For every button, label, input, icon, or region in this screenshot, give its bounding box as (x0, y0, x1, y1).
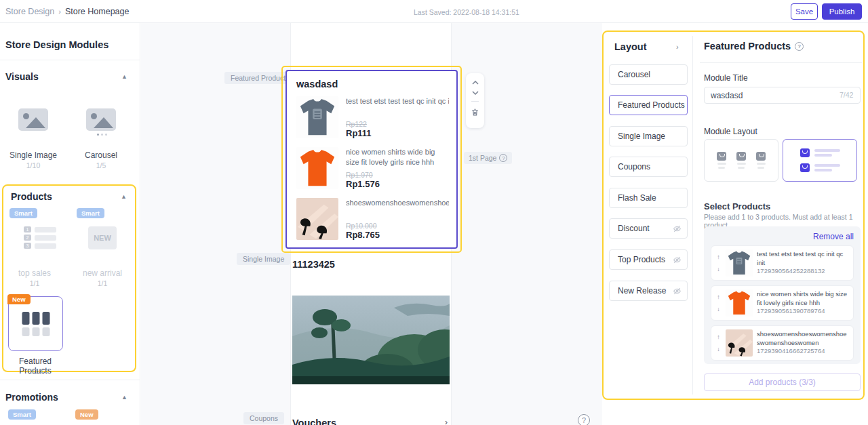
product-name: test test etst test test qc init qc init (757, 250, 849, 268)
chevron-right-icon[interactable]: › (676, 43, 679, 51)
last-saved-text: Last Saved: 2022-08-18 14:31:51 (414, 8, 519, 16)
breadcrumb-store-homepage: Store Homepage (65, 7, 130, 16)
single-image-count: 1/10 (3, 161, 64, 169)
selected-product-row[interactable]: ↑ ↓ nice women shirts wide big size fit … (711, 285, 854, 321)
single-image-module-card[interactable] (18, 108, 48, 131)
layout-item-label: Discount (618, 224, 650, 233)
eye-off-icon (673, 287, 682, 296)
divider (0, 60, 140, 60)
preview-product-row[interactable]: shoeswomenshoeswomenshoeswome Rp10.000 R… (296, 198, 447, 240)
new-arrival-module-card[interactable]: NEW (88, 226, 117, 249)
layout-item-top-products[interactable]: Top Products (609, 249, 688, 270)
help-icon[interactable]: ? (578, 414, 590, 425)
modules-sidebar: Store Design Modules Visuals ▲ Single Im… (0, 23, 140, 425)
product-name: shoeswomenshoeswomenshoeswomenshoeswomen (757, 330, 849, 348)
chevron-up-icon[interactable]: ▲ (121, 193, 127, 200)
product-id: 1729390561390789764 (757, 307, 849, 316)
eye-off-icon (673, 256, 682, 264)
selected-product-row[interactable]: ↑ ↓ test test etst test test qc init qc … (711, 245, 854, 281)
single-image-label: Single Image (3, 150, 64, 160)
remove-all-link[interactable]: Remove all (711, 232, 854, 241)
product-old-price: Rp10.000 (346, 222, 449, 230)
editor-panel-highlight: Layout › Carousel Featured Products Sing… (602, 31, 865, 400)
layout-panel-title: Layout (614, 41, 647, 52)
divider (0, 380, 140, 380)
product-id: 1729390564252288132 (757, 267, 849, 276)
trash-icon[interactable] (471, 108, 479, 117)
question-icon[interactable]: ? (499, 154, 507, 162)
divider (471, 101, 479, 102)
layout-item-label: New Release (618, 286, 666, 296)
visuals-section-header[interactable]: Visuals (5, 71, 39, 82)
top-sales-label: top sales (4, 268, 65, 278)
top-bar: Store Design › Store Homepage Last Saved… (0, 0, 868, 23)
question-icon[interactable]: ? (795, 42, 804, 51)
new-badge: New (7, 294, 31, 304)
carousel-module-card[interactable] (86, 108, 116, 131)
chevron-up-icon[interactable]: ▲ (121, 73, 127, 80)
vouchers-title: Vouchers (292, 418, 336, 425)
ranked-list-icon: 2 (24, 235, 31, 241)
layout-item-flash-sale[interactable]: Flash Sale (609, 188, 688, 208)
preview-product-row[interactable]: nice women shirts wide big size fit love… (296, 147, 447, 189)
featured-products-module-preview[interactable]: wasdasd test test etst test test qc init… (281, 66, 462, 253)
move-up-icon[interactable]: ↑ (715, 333, 722, 340)
move-module-up-icon[interactable] (472, 81, 479, 85)
layout-item-featured-products[interactable]: Featured Products (609, 95, 688, 115)
move-up-icon[interactable]: ↑ (715, 294, 722, 300)
sidebar-title: Store Design Modules (5, 39, 108, 50)
module-title-input[interactable] (704, 87, 861, 104)
move-down-icon[interactable]: ↓ (715, 306, 722, 312)
ranked-list-icon: 3 (24, 243, 31, 249)
breadcrumb-store-design[interactable]: Store Design (5, 7, 54, 16)
product-name: nice women shirts wide big size fit love… (346, 147, 447, 167)
grid-icon (22, 312, 50, 336)
chevron-right-icon[interactable]: › (445, 418, 448, 425)
product-image-gray-tshirt (296, 96, 338, 138)
layout-item-single-image[interactable]: Single Image (609, 126, 688, 146)
smart-badge: Smart (9, 208, 37, 218)
chevron-up-icon[interactable]: ▲ (121, 394, 127, 401)
single-image-jungle-photo[interactable] (292, 296, 450, 384)
product-image-gray-tshirt (726, 249, 753, 277)
product-old-price: Rp122 (346, 120, 449, 128)
add-products-button[interactable]: Add products (3/3) (704, 373, 861, 391)
char-counter: 7/42 (840, 91, 853, 99)
carousel-dots (97, 134, 107, 136)
layout-item-new-release[interactable]: New Release (609, 281, 688, 301)
product-id: 1729390416662725764 (757, 347, 849, 356)
first-page-label: 1st Page (469, 154, 496, 162)
preview-area: Featured Products wasdasd test test etst… (141, 23, 602, 425)
promotions-section-header[interactable]: Promotions (5, 392, 58, 403)
chevron-right-icon: › (58, 7, 61, 16)
bag-icon (736, 152, 746, 161)
preview-product-row[interactable]: test test etst test test qc init qc init… (296, 96, 447, 138)
layout-item-discount[interactable]: Discount (609, 218, 688, 239)
bag-icon (756, 152, 766, 161)
move-module-down-icon[interactable] (472, 91, 479, 95)
bag-icon (800, 148, 810, 157)
featured-products-module-card[interactable] (8, 296, 63, 351)
ranked-list-icon: 1 (24, 226, 31, 232)
divider (700, 62, 862, 63)
product-image-heels (726, 329, 753, 357)
publish-button[interactable]: Publish (822, 3, 862, 20)
layout-option-grid[interactable] (704, 139, 778, 182)
carousel-count: 1/5 (71, 161, 132, 169)
module-title-text: wasdasd (296, 79, 447, 89)
carousel-label: Carousel (71, 150, 132, 160)
move-down-icon[interactable]: ↓ (715, 346, 722, 352)
layout-item-coupons[interactable]: Coupons (609, 157, 688, 177)
layout-item-carousel[interactable]: Carousel (609, 64, 688, 85)
products-section-header[interactable]: Products (11, 191, 52, 202)
selected-products-list: Remove all ↑ ↓ test test etst test test … (704, 226, 861, 364)
divider (692, 36, 693, 394)
selected-product-row[interactable]: ↑ ↓ shoeswomenshoeswomenshoeswomenshoesw… (711, 325, 854, 361)
move-up-icon[interactable]: ↑ (715, 254, 722, 260)
move-down-icon[interactable]: ↓ (715, 266, 722, 272)
breadcrumb: Store Design › Store Homepage (5, 7, 129, 16)
featured-products-count: 1/10 (5, 367, 66, 376)
save-button[interactable]: Save (791, 3, 818, 20)
product-old-price: Rp1.970 (346, 171, 447, 179)
layout-option-list[interactable] (783, 139, 857, 182)
